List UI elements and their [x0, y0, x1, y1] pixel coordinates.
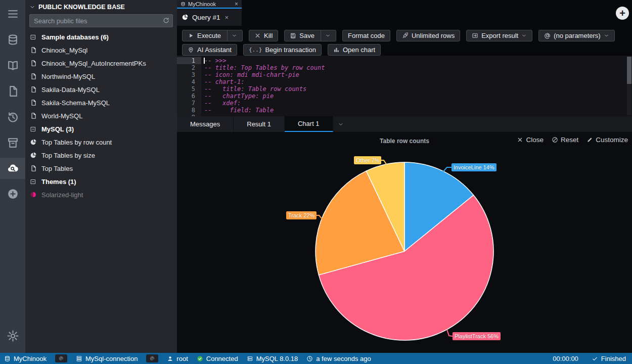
status-mychinook[interactable]: MyChinook: [4, 355, 47, 362]
format-code-button[interactable]: Format code: [342, 30, 390, 41]
sidebar-item-sakila-schema-mysql[interactable]: Sakila-Schema-MySQL: [25, 96, 177, 109]
search-input[interactable]: [29, 14, 173, 27]
status-finished[interactable]: Finished: [592, 355, 626, 362]
begin-transaction-button[interactable]: {..}Begin transaction: [243, 44, 322, 56]
activity-bar: [0, 0, 25, 353]
kill-button[interactable]: Kill: [249, 30, 278, 41]
pie-label-track: Track 22%: [286, 211, 317, 219]
activity-file-button[interactable]: [0, 78, 25, 104]
result-tab-bar: MessagesResult 1Chart 1: [177, 116, 632, 132]
line-number: 7: [177, 100, 201, 107]
ai-assistant-button[interactable]: AI Assistant: [182, 44, 237, 56]
status-connected[interactable]: Connected: [197, 355, 238, 362]
code-text: -- icon: mdi mdi-chart-pie: [201, 71, 299, 78]
activity-book-button[interactable]: [0, 53, 25, 78]
sidebar-header[interactable]: PUBLIC KNOWLEDGE BASE: [25, 0, 177, 13]
line-number: 5: [177, 85, 201, 93]
activity-cloud-search-button[interactable]: [0, 158, 25, 179]
result-tab-label: Messages: [190, 120, 220, 128]
activity-archive-button[interactable]: [0, 130, 25, 156]
close-icon: [254, 32, 261, 39]
editor-scrollbar-thumb[interactable]: [627, 57, 631, 84]
editor-scrollbar[interactable]: [627, 57, 631, 115]
sidebar-item-themes-1[interactable]: Themes (1): [25, 175, 177, 188]
sql-editor[interactable]: 1-- >>>2-- title: Top Tables by row coun…: [177, 56, 632, 116]
pie-label-leader: [315, 215, 323, 219]
archive-icon: [7, 136, 19, 149]
new-tab-button[interactable]: +: [616, 7, 629, 20]
sidebar-item-label: Sample databases (6): [41, 33, 109, 41]
chevron-down-icon[interactable]: [232, 33, 237, 38]
sidebar-item-chinook-mysql[interactable]: Chinook_MySql: [25, 43, 177, 57]
gear-icon: [7, 330, 19, 342]
sidebar-item-northwind-mysql[interactable]: Northwind-MySQL: [25, 70, 177, 83]
pie-chart: [177, 132, 632, 353]
sidebar-item-chinook-mysql-autoincrementpks[interactable]: Chinook_MySql_AutoIncrementPKs: [25, 57, 177, 70]
activity-plus-circle-button[interactable]: [0, 181, 25, 207]
status-mysql-connection[interactable]: MySql-connection: [76, 355, 138, 362]
status-00-00-00[interactable]: 00:00:00: [553, 355, 578, 362]
save-icon: [290, 32, 296, 39]
close-icon[interactable]: ×: [235, 1, 238, 8]
sidebar-item-top-tables-by-size[interactable]: Top Tables by size: [25, 149, 177, 162]
activity-history-button[interactable]: [0, 104, 25, 130]
sidebar-item-sakila-data-mysql[interactable]: Sakila-Data-MySQL: [25, 83, 177, 96]
editor-line: 4-- chart-1:: [177, 78, 632, 85]
code-text: -- title: Top Tables by row count: [201, 64, 325, 71]
activity-database-button[interactable]: [0, 27, 25, 53]
pie-label-invoiceline: InvoiceLine 14%: [452, 163, 496, 171]
check-icon: [592, 355, 598, 362]
execute-button[interactable]: Execute: [182, 30, 243, 41]
sidebar-item-top-tables[interactable]: Top Tables: [25, 162, 177, 175]
button-label: AI Assistant: [197, 46, 232, 54]
editor-line: 1-- >>>: [177, 57, 632, 64]
sidebar-item-label: Top Tables: [41, 165, 73, 172]
unlimited-rows-button[interactable]: Unlimited rows: [396, 30, 460, 41]
line-number: 4: [177, 78, 201, 85]
activity-menu-button[interactable]: [0, 1, 25, 27]
status-root[interactable]: root: [167, 355, 188, 362]
chevron-down-icon[interactable]: [325, 33, 331, 38]
chevron-down-icon[interactable]: [604, 33, 609, 38]
sidebar-item-sample-databases-6[interactable]: Sample databases (6): [25, 30, 177, 43]
file-icon: [29, 86, 37, 93]
editor-line: 8-- field: Table: [177, 107, 632, 114]
close-icon[interactable]: ×: [225, 14, 229, 21]
result-tabs-menu-button[interactable]: [333, 116, 348, 132]
pie-icon: [182, 14, 189, 21]
status-label: Finished: [601, 355, 626, 362]
book-icon: [7, 59, 19, 72]
result-tab-label: Chart 1: [298, 120, 320, 127]
check-circle-icon: [197, 355, 203, 362]
code-text: -- xdef:: [201, 100, 241, 107]
save-button[interactable]: Save: [284, 30, 336, 41]
sidebar-item-world-mysql[interactable]: World-MySQL: [25, 109, 177, 122]
file-icon: [7, 85, 19, 98]
sidebar-item-top-tables-by-row-count[interactable]: Top Tables by row count: [25, 135, 177, 149]
open-chart-button[interactable]: Open chart: [328, 44, 381, 56]
chevron-down-icon[interactable]: [521, 33, 527, 38]
collapse-icon: [29, 126, 37, 132]
collapse-icon: [29, 34, 37, 40]
at-icon: [544, 32, 551, 39]
tab-query-1[interactable]: Query #1 ×: [177, 9, 242, 26]
status-a-few-seconds-ago[interactable]: a few seconds ago: [306, 355, 371, 362]
connection-color-badge[interactable]: [55, 354, 67, 362]
export-result-button[interactable]: Export result: [466, 30, 532, 41]
refresh-icon[interactable]: [162, 17, 170, 26]
connection-color-badge[interactable]: [146, 354, 158, 362]
result-tab-messages[interactable]: Messages: [177, 116, 234, 132]
sidebar-item-mysql-3[interactable]: MySQL (3): [25, 122, 177, 135]
sidebar-item-solarized-light[interactable]: Solarized-light: [25, 188, 177, 201]
rack-icon: [76, 355, 82, 362]
button-label: Export result: [481, 32, 518, 39]
editor-line: 6-- chartType: pie: [177, 93, 632, 100]
result-tab-result-1[interactable]: Result 1: [234, 116, 285, 132]
status-mysql-8-0-18[interactable]: MySQL 8.0.18: [247, 355, 298, 362]
result-tab-chart-1[interactable]: Chart 1: [285, 116, 333, 132]
server-icon: [247, 355, 253, 362]
tab-group-mychinook[interactable]: MyChinook ×: [177, 0, 242, 9]
activity-settings-button[interactable]: [0, 323, 25, 349]
no-parameters-button[interactable]: (no parameters): [538, 30, 614, 41]
query-toolbar: ExecuteKillSaveFormat codeUnlimited rows…: [177, 26, 632, 56]
